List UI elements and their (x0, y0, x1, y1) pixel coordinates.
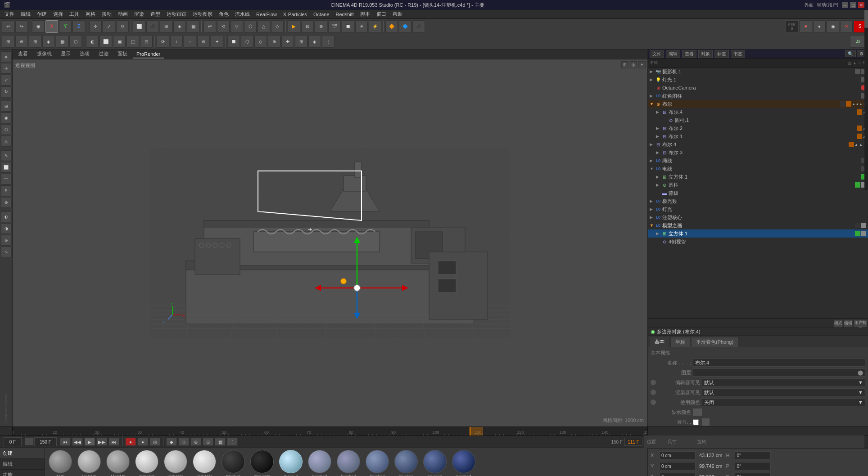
row2-btn10[interactable]: ◫ (127, 35, 139, 48)
tool10[interactable]: △ (258, 20, 270, 33)
rph-file[interactable]: 文件 (650, 50, 664, 58)
tree-item-bool-group[interactable]: ▼ ⊕ 布尔 ▲▲▲ ✕ (648, 100, 868, 108)
rph-view[interactable]: 查看 (682, 50, 696, 58)
menu-item-创建[interactable]: 创建 (34, 10, 50, 18)
props-render-dropdown[interactable]: 默认 ▼ (702, 388, 865, 396)
menu-item-运动图形[interactable]: 运动图形 (190, 10, 215, 18)
tree-item-cube2[interactable]: ▶ ⊞ 立方体.1 (648, 229, 868, 238)
mat-ball-metald1[interactable]: Metal D (76, 450, 103, 476)
mat-ball-render3[interactable]: 渲染材料 (191, 450, 218, 476)
move-tool[interactable]: ✛ (89, 20, 102, 33)
render7-button[interactable]: ⚡ (369, 20, 381, 33)
row2-btn22[interactable]: ⊞ (295, 35, 307, 48)
left-tool-rotate[interactable]: ↻ (1, 86, 12, 97)
pb-key3[interactable]: ⊕ (190, 438, 201, 446)
tree-item-octane-cam[interactable]: ⊕ OctaneCamera (648, 84, 868, 92)
mat-ball-brushed2[interactable]: brushed (335, 450, 362, 476)
viewport-tab-摄像机[interactable]: 摄像机 (33, 49, 55, 59)
obj-input-y[interactable] (660, 462, 696, 470)
obj-input-x[interactable] (660, 451, 696, 459)
mat-tab-edit[interactable]: 编辑 (0, 459, 45, 470)
tree-item-lo-extreme[interactable]: ▶ L0 极光数 (648, 197, 868, 205)
pb-play[interactable]: ▶ (84, 438, 95, 446)
render-button[interactable]: ▶ (288, 20, 300, 33)
render2-button[interactable]: ⊟ (301, 20, 314, 33)
row2-btn23[interactable]: ◈ (308, 35, 321, 48)
pb-end[interactable]: ⏭ (108, 438, 119, 446)
left-tool-8[interactable]: △ (1, 136, 12, 147)
tool6[interactable]: ⇄ (203, 20, 216, 33)
pb-record-red[interactable]: ● (125, 438, 136, 446)
menu-item-脚本[interactable]: 脚本 (357, 10, 373, 18)
left-tool-12[interactable]: S (1, 185, 12, 196)
row2-btn3[interactable]: ⊞ (29, 35, 41, 48)
undo-button[interactable]: ↩ (2, 20, 14, 33)
menu-item-帮助[interactable]: 帮助 (390, 10, 405, 18)
mat1[interactable]: 🔶 (385, 20, 398, 33)
right-scrollbar[interactable] (864, 10, 868, 190)
left-tool-15[interactable]: ◑ (1, 223, 12, 234)
menu-item-Octane[interactable]: Octane (311, 11, 332, 18)
left-tool-17[interactable]: ∿ (1, 247, 12, 257)
props-editor-dropdown[interactable]: 默认 ▼ (702, 378, 865, 386)
pb-next[interactable]: ▶▶ (96, 438, 107, 446)
pb-key5[interactable]: ▦ (215, 438, 226, 446)
tree-item-cyl-green[interactable]: ▶ ⊙ 圆柱 (648, 181, 868, 189)
menu-item-网格[interactable]: 网格 (83, 10, 98, 18)
tree-item-bool3[interactable]: ▶ ⊟ 布尔.3 (648, 148, 868, 157)
render5-button[interactable]: 🔲 (342, 20, 354, 33)
left-tool-select[interactable]: ◈ (1, 51, 12, 62)
tool9[interactable]: ⬡ (244, 20, 257, 33)
menu-item-流水线[interactable]: 流水线 (232, 10, 253, 18)
tree-item-backboard[interactable]: ▬ 背板 (648, 189, 868, 197)
current-frame-input[interactable] (4, 437, 22, 446)
scrollbar-thumb[interactable] (864, 10, 868, 28)
tree-item-bool2[interactable]: ▶ ⊟ 布尔.2 ▲ (648, 124, 868, 132)
psr-btn2[interactable]: ◉ (827, 20, 839, 33)
obj-input-b[interactable] (735, 473, 771, 476)
left-tool-16[interactable]: ⊛ (1, 235, 12, 246)
tree-item-bool1[interactable]: ▶ ⊟ 布尔.1 ▲ (648, 132, 868, 140)
row2-btn12[interactable]: ⟳ (157, 35, 169, 48)
pb-minus[interactable]: - (25, 437, 34, 445)
menu-item-RealFlow[interactable]: RealFlow (253, 11, 280, 18)
tree-item-camera[interactable]: ▶ 📷 摄影机.1 (648, 67, 868, 76)
tool3[interactable]: ⊞ (160, 20, 172, 33)
rph-edit[interactable]: 编辑 (666, 50, 680, 58)
rph-object[interactable]: 对象 (698, 50, 713, 58)
left-tool-9[interactable]: ✎ (1, 150, 12, 161)
mat-ball-brushed6[interactable]: brushed (450, 450, 477, 476)
menu-item-造型[interactable]: 造型 (148, 10, 163, 18)
mode-z[interactable]: Z (72, 20, 85, 33)
row2-btn11[interactable]: ⊡ (140, 35, 153, 48)
left-tool-11[interactable]: 〰 (1, 174, 12, 184)
props-tab-phong[interactable]: 平滑着色(Phong) (691, 337, 738, 347)
row2-btn17[interactable]: 🔲 (227, 35, 240, 48)
pb-key6[interactable]: ⋮ (227, 438, 238, 446)
mat-ball-metald2[interactable]: Metal D (104, 450, 131, 476)
mat-ball-default[interactable]: 材质 (47, 450, 74, 476)
props-layer-dropdown[interactable]: ⬤ (693, 368, 865, 377)
row2-btn1[interactable]: ⊞ (2, 35, 14, 48)
tree-item-lo-wire[interactable]: ▼ L0 电线 (648, 165, 868, 173)
psr-btn1[interactable]: ● (813, 20, 826, 33)
pb-record2[interactable]: ● (137, 438, 148, 446)
row2-btn8[interactable]: ⬜ (99, 35, 112, 48)
menu-item-动画[interactable]: 动画 (115, 10, 131, 18)
tree-item-lo-inject[interactable]: ▶ L0 注塑核心 (648, 213, 868, 221)
scale-tool[interactable]: ⤢ (103, 20, 115, 33)
menu-item-文件[interactable]: 文件 (2, 10, 17, 18)
tree-item-lo-lamp[interactable]: ▶ L0 灯光 (648, 205, 868, 213)
tree-item-light1[interactable]: ▶ 💡 灯光.1 (648, 76, 868, 84)
psr-heart[interactable]: ♥ (800, 20, 812, 33)
left-tool-scale[interactable]: ⤢ (1, 75, 12, 85)
tree-item-lo-rope[interactable]: ▶ L0 绳线 (648, 157, 868, 165)
obj-input-p[interactable] (735, 462, 771, 470)
left-tool-14[interactable]: ◐ (1, 211, 12, 222)
tree-item-cube1[interactable]: ▶ ⊞ 立方体.1 (648, 173, 868, 181)
row2-btn21[interactable]: ✚ (281, 35, 294, 48)
mode-x[interactable]: X (45, 20, 58, 33)
mat-tab-create[interactable]: 创建 (0, 448, 45, 459)
menu-item-运动跟踪[interactable]: 运动跟踪 (164, 10, 189, 18)
viewport-tab-面板[interactable]: 面板 (114, 49, 131, 59)
